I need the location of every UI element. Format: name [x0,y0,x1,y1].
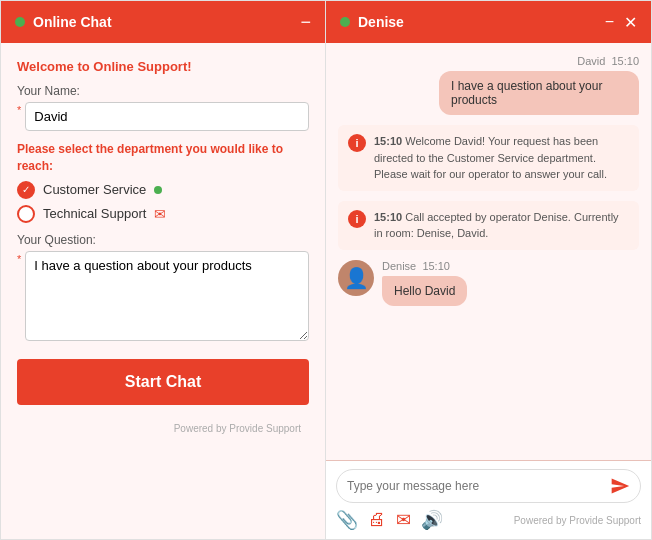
right-header-icons: − ✕ [605,13,637,32]
system-text-2: 15:10 Call accepted by operator Denise. … [374,209,629,242]
name-input-row: * [17,102,309,131]
left-header-left: Online Chat [15,14,112,30]
question-input-row: * I have a question about your products [17,251,309,341]
dept-technical-support-label: Technical Support [43,206,146,221]
dept-customer-service-label: Customer Service [43,182,146,197]
right-powered-by: Powered by Provide Support [514,515,641,526]
chat-input-area: 📎 🖨 ✉ 🔊 Powered by Provide Support [326,460,651,539]
agent-content: Denise 15:10 Hello David [382,260,467,306]
avatar-face-icon: 👤 [344,266,369,290]
message-user: David 15:10 I have a question about your… [338,55,639,115]
left-panel: Online Chat − Welcome to Online Support!… [0,0,326,540]
dept-email-icon: ✉ [154,206,166,222]
agent-avatar: 👤 [338,260,374,296]
chat-input[interactable] [347,479,604,493]
question-label: Your Question: [17,233,309,247]
chat-toolbar: 📎 🖨 ✉ 🔊 Powered by Provide Support [336,509,641,531]
email-icon[interactable]: ✉ [396,509,411,531]
question-form-group: Your Question: * I have a question about… [17,233,309,341]
name-form-group: Your Name: * [17,84,309,131]
agent-meta: Denise 15:10 [382,260,467,272]
user-bubble: I have a question about your products [439,71,639,115]
question-required-star: * [17,253,21,265]
system-text-1: 15:10 Welcome David! Your request has be… [374,133,629,183]
question-textarea[interactable]: I have a question about your products [25,251,309,341]
user-meta: David 15:10 [577,55,639,67]
name-label: Your Name: [17,84,309,98]
toolbar-icons: 📎 🖨 ✉ 🔊 [336,509,443,531]
system-info-icon-1: i [348,134,366,152]
dept-label: Please select the department you would l… [17,141,309,175]
right-panel-title: Denise [358,14,404,30]
system-body-1: Welcome David! Your request has been dir… [374,135,607,180]
attach-icon[interactable]: 📎 [336,509,358,531]
left-body: Welcome to Online Support! Your Name: * … [1,43,325,539]
dept-form-group: Please select the department you would l… [17,141,309,223]
send-icon [610,476,630,496]
sound-icon[interactable]: 🔊 [421,509,443,531]
dept-options: ✓ Customer Service Technical Support ✉ [17,181,309,223]
system-time-2: 15:10 [374,211,402,223]
left-panel-title: Online Chat [33,14,112,30]
dept-option-customer-service[interactable]: ✓ Customer Service [17,181,309,199]
radio-technical-support[interactable] [17,205,35,223]
name-required-star: * [17,104,21,116]
right-header: Denise − ✕ [326,1,651,43]
left-powered-by: Powered by Provide Support [17,419,309,442]
message-agent: 👤 Denise 15:10 Hello David [338,260,639,306]
start-chat-button[interactable]: Start Chat [17,359,309,405]
left-header: Online Chat − [1,1,325,43]
system-time-1: 15:10 [374,135,402,147]
system-body-2: Call accepted by operator Denise. Curren… [374,211,619,240]
chat-messages: David 15:10 I have a question about your… [326,43,651,460]
name-input[interactable] [25,102,309,131]
system-message-1: i 15:10 Welcome David! Your request has … [338,125,639,191]
user-time: 15:10 [611,55,639,67]
left-minimize-button[interactable]: − [300,13,311,31]
system-message-2: i 15:10 Call accepted by operator Denise… [338,201,639,250]
right-close-button[interactable]: ✕ [624,13,637,32]
dept-online-dot [154,186,162,194]
print-icon[interactable]: 🖨 [368,509,386,531]
system-info-icon-2: i [348,210,366,228]
agent-name: Denise [382,260,416,272]
dept-option-technical-support[interactable]: Technical Support ✉ [17,205,309,223]
chat-input-row [336,469,641,503]
send-button[interactable] [610,476,630,496]
agent-bubble: Hello David [382,276,467,306]
right-minimize-button[interactable]: − [605,13,614,31]
radio-check-icon: ✓ [22,184,30,195]
radio-customer-service[interactable]: ✓ [17,181,35,199]
agent-time: 15:10 [422,260,450,272]
right-panel: Denise − ✕ David 15:10 I have a question… [326,0,652,540]
welcome-text: Welcome to Online Support! [17,59,309,74]
online-status-dot [15,17,25,27]
user-name: David [577,55,605,67]
right-header-left: Denise [340,14,404,30]
agent-status-dot [340,17,350,27]
